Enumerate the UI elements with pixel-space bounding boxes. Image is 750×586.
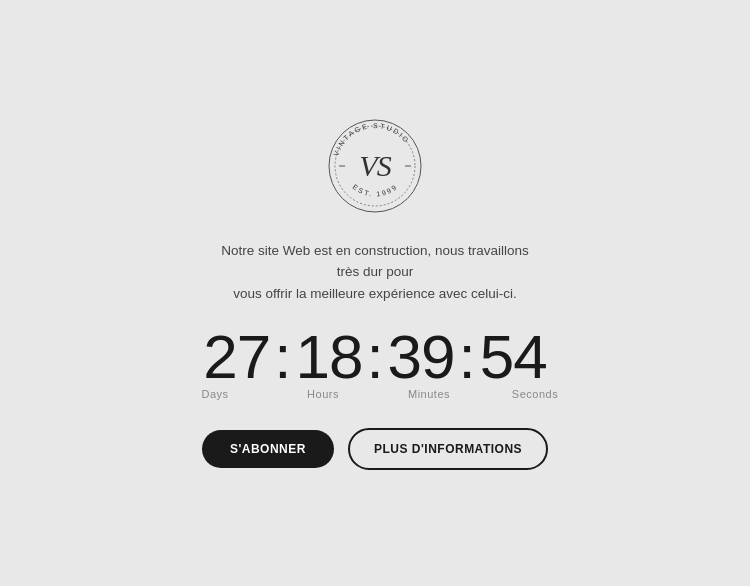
- description-line1: Notre site Web est en construction, nous…: [221, 243, 528, 280]
- label-seconds: Seconds: [494, 388, 576, 400]
- countdown-hours: 18: [295, 326, 362, 388]
- buttons-row: S'ABONNER PLUS D'INFORMATIONS: [202, 428, 548, 470]
- label-days: Days: [174, 388, 256, 400]
- countdown-days: 27: [203, 326, 270, 388]
- logo-wrapper: VINTAGE STUDIO EST. 1999 VS: [325, 116, 425, 216]
- countdown-container: 27 : 18 : 39 : 54 Days Hours Minutes Sec…: [174, 326, 576, 428]
- main-container: VINTAGE STUDIO EST. 1999 VS Notre site W…: [174, 116, 576, 471]
- separator-1: :: [270, 326, 295, 388]
- subscribe-button[interactable]: S'ABONNER: [202, 430, 334, 468]
- logo-initials: VS: [359, 149, 390, 183]
- description-text: Notre site Web est en construction, nous…: [215, 240, 535, 305]
- description-line2: vous offrir la meilleure expérience avec…: [233, 286, 516, 301]
- separator-3: :: [455, 326, 480, 388]
- logo-circle: VINTAGE STUDIO EST. 1999 VS: [325, 116, 425, 216]
- info-button[interactable]: PLUS D'INFORMATIONS: [348, 428, 548, 470]
- label-hours: Hours: [282, 388, 364, 400]
- label-minutes: Minutes: [388, 388, 470, 400]
- countdown-labels: Days Hours Minutes Seconds: [174, 388, 576, 400]
- countdown-minutes: 39: [388, 326, 455, 388]
- svg-text:EST. 1999: EST. 1999: [351, 182, 398, 197]
- countdown-row: 27 : 18 : 39 : 54: [203, 326, 547, 388]
- countdown-seconds: 54: [480, 326, 547, 388]
- separator-2: :: [362, 326, 387, 388]
